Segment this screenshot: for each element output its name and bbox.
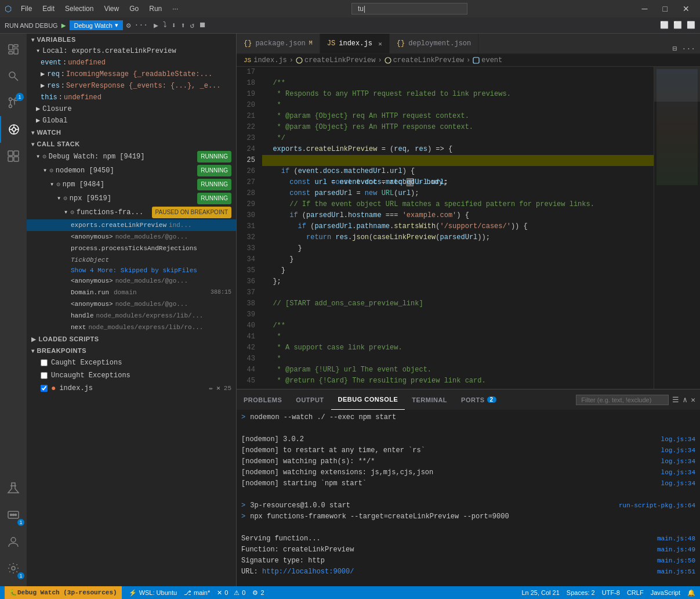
link-log-34-1[interactable]: log.js:34 [661,434,695,445]
status-spaces[interactable]: Spaces: 2 [567,589,595,597]
menu-view[interactable]: View [99,3,124,14]
activity-explorer[interactable] [0,36,27,63]
callstack-group-debugwatch[interactable]: ▾ ⚙ Debug Watch: npm [9419] RUNNING [27,150,236,164]
callstack-group-npm[interactable]: ▾ ⚙ npm [9484] RUNNING [27,178,236,192]
bp-caught-checkbox[interactable] [41,359,48,366]
menu-run[interactable]: Run [144,3,166,14]
callstack-frame-next[interactable]: next node_modules/express/lib/ro... [27,322,236,333]
continue-icon[interactable]: ▶ [154,21,158,30]
menu-more[interactable]: ··· [168,3,183,14]
breadcrumb-filename[interactable]: index.js [253,56,287,64]
tab-close-index[interactable]: ✕ [378,40,382,48]
panel-tab-ports[interactable]: PORTS 2 [454,389,503,410]
status-errors[interactable]: ✕ 0 ⚠ 0 [217,589,245,597]
activity-account[interactable] [0,528,27,555]
status-git[interactable]: ⎇ main* [184,589,210,597]
var-req-group[interactable]: ▶ req : IncomingMessage {_readableState:… [27,68,236,80]
local-scope-header[interactable]: ▾ Local: exports.createLinkPreview [27,45,236,57]
activity-debug[interactable] [0,116,27,143]
panel-close-icon[interactable]: ✕ [691,395,695,405]
callstack-frame-tickobject[interactable]: TickObject [27,254,236,266]
status-encoding[interactable]: UTF-8 [602,589,620,597]
callstack-group-nodemon[interactable]: ▾ ⚙ nodemon [9450] RUNNING [27,164,236,178]
layout-icon-1[interactable]: ⬜ [660,21,669,30]
menu-edit[interactable]: Edit [38,3,59,14]
layout-icon-3[interactable]: ⬜ [687,21,695,30]
activity-remote[interactable]: 1 [0,501,27,528]
status-cursor[interactable]: Ln 25, Col 21 [521,589,559,597]
step-over-icon[interactable]: ⤵ [163,21,167,30]
minimize-button[interactable]: ─ [636,3,654,15]
callstack-frame-7[interactable]: <anonymous> node_modules/@go... [27,298,236,310]
callstack-frame-2[interactable]: <anonymous> node_modules/@go... [27,231,236,243]
link-log-34-2[interactable]: log.js:34 [661,445,695,456]
restart-icon[interactable]: ↺ [190,21,194,30]
breadcrumb-event[interactable]: event [473,56,502,64]
link-main-48[interactable]: main.js:48 [657,533,695,544]
panel-list-icon[interactable]: ☰ [672,395,679,405]
link-log-34-3[interactable]: log.js:34 [661,456,695,467]
link-main-49[interactable]: main.js:49 [657,544,695,555]
breakpoints-header[interactable]: ▾ BREAKPOINTS [27,345,236,356]
bp-indexjs[interactable]: ● index.js ✏ ✕ 25 [27,382,236,395]
more-actions-icon[interactable]: ··· [135,21,148,30]
closure-scope-header[interactable]: ▶ Closure [27,103,236,115]
callstack-frame-handle[interactable]: handle node_modules/express/lib/... [27,310,236,322]
activity-testing[interactable] [0,475,27,501]
panel-tab-problems[interactable]: PROBLEMS [237,389,289,410]
layout-icon-2[interactable]: ⬜ [673,21,682,30]
search-input[interactable] [351,3,467,15]
panel-tab-debug-console[interactable]: DEBUG CONSOLE [331,389,405,410]
link-run-script[interactable]: run-script-pkg.js:64 [619,500,695,511]
gear-icon[interactable]: ⚙ [126,21,131,30]
callstack-group-functions[interactable]: ▾ ⚙ functions-fra... PAUSED ON BREAKPOIN… [27,205,236,219]
activity-settings[interactable]: 1 [0,555,27,582]
link-log-34-5[interactable]: log.js:34 [661,478,695,489]
link-main-50[interactable]: main.js:50 [657,555,695,566]
localhost-link[interactable]: http://localhost:9000/ [262,568,354,576]
callstack-frame-5[interactable]: <anonymous> node_modules/@go... [27,275,236,287]
tab-deployment-json[interactable]: {} deployment.json [390,34,478,53]
breadcrumb-function2[interactable]: createLinkPreview [385,56,464,64]
activity-extensions[interactable] [0,143,27,169]
status-language[interactable]: JavaScript [651,589,680,597]
callstack-frame-3[interactable]: process.processTicksAndRejections [27,243,236,254]
watch-header[interactable]: ▾ WATCH [27,127,236,138]
menu-go[interactable]: Go [125,3,143,14]
panel-chevron-up-icon[interactable]: ∧ [683,395,687,405]
activity-search[interactable] [0,63,27,89]
code-editor[interactable]: 17 18 19 20 21 22 23 24 25 26 27 28 29 3… [237,67,654,389]
debug-indicator[interactable]: 🐛 Debug Watch (3p-resources) [5,586,122,599]
status-line-ending[interactable]: CRLF [627,589,644,597]
link-main-51[interactable]: main.js:51 [657,566,695,578]
bp-uncaught-exceptions[interactable]: Uncaught Exceptions [27,369,236,382]
breadcrumb-function[interactable]: createLinkPreview [296,56,375,64]
bp-indexjs-checkbox[interactable] [41,385,48,392]
bp-close-icon[interactable]: ✕ [216,383,220,394]
status-workers[interactable]: ⚙ 2 [252,589,264,597]
step-into-icon[interactable]: ⬇ [172,21,176,30]
breadcrumb-file[interactable]: JS [244,57,251,64]
callstack-header[interactable]: ▾ CALL STACK [27,138,236,150]
link-log-34-4[interactable]: log.js:34 [661,467,695,478]
callstack-frame-active[interactable]: exports.createLinkPreview ind... [27,219,236,231]
callstack-group-npx[interactable]: ▾ ⚙ npx [9519] RUNNING [27,192,236,205]
bp-uncaught-checkbox[interactable] [41,372,48,379]
menu-selection[interactable]: Selection [60,3,98,14]
variables-header[interactable]: ▾ VARIABLES [27,34,236,45]
step-out-icon[interactable]: ⬆ [181,21,186,30]
more-tabs-icon[interactable]: ··· [682,45,695,53]
maximize-button[interactable]: □ [657,3,673,15]
bp-caught-exceptions[interactable]: Caught Exceptions [27,356,236,369]
stop-icon[interactable]: ⏹ [199,21,206,30]
loaded-scripts-header[interactable]: ▶ LOADED SCRIPTS [27,333,236,345]
split-editor-icon[interactable]: ⊟ [673,44,677,53]
tab-package-json[interactable]: {} package.json M [237,34,320,53]
menu-file[interactable]: File [16,3,37,14]
panel-tab-terminal[interactable]: TERMINAL [405,389,454,410]
status-wsl[interactable]: ⚡ WSL: Ubuntu [129,589,177,597]
bp-edit-icon[interactable]: ✏ [209,383,213,394]
callstack-frame-domain[interactable]: Domain.run domain 388:15 [27,287,236,298]
close-button[interactable]: ✕ [677,3,695,15]
tab-index-js[interactable]: JS index.js ✕ [320,34,390,53]
